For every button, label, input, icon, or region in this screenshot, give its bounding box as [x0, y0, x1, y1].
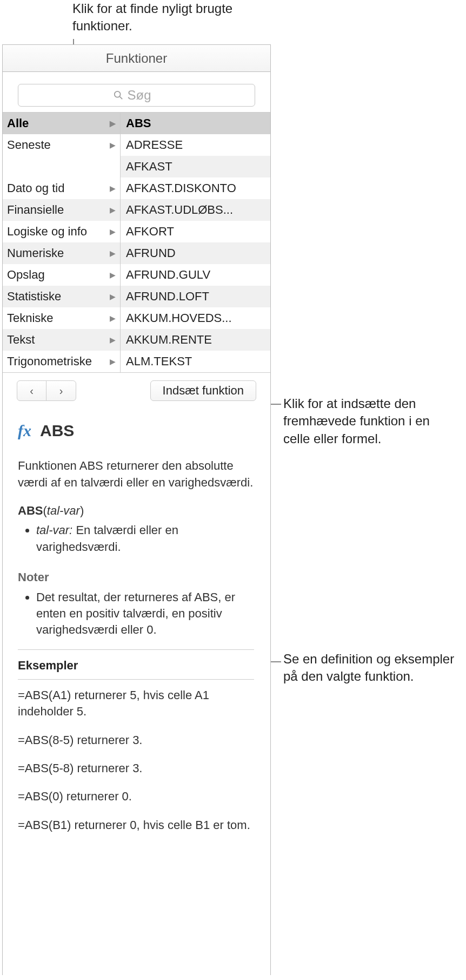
nav-forward-button[interactable]: ›: [46, 381, 76, 400]
parameter-item: tal-var: En talværdi eller en varighedsv…: [36, 522, 254, 555]
svg-line-1: [119, 97, 122, 100]
category-label: Numeriske: [7, 246, 108, 260]
category-row[interactable]: Trigonometriske▶: [3, 351, 120, 372]
category-row[interactable]: Logiske og info▶: [3, 221, 120, 242]
categories-column[interactable]: Alle▶ Seneste▶ Dato og tid▶ Finansielle▶…: [3, 113, 121, 372]
browser-toolbar: ‹ › Indsæt funktion: [3, 373, 270, 406]
chevron-right-icon: ▶: [110, 357, 116, 366]
callout-definition: Se en definition og eksempler på den val…: [283, 650, 456, 686]
note-item: Det resultat, der returneres af ABS, er …: [36, 589, 254, 639]
callout-recent: Klik for at finde nyligt brugte funktion…: [72, 0, 235, 35]
category-label: Tekniske: [7, 311, 108, 325]
category-row[interactable]: Alle▶: [3, 113, 120, 134]
chevron-right-icon: ›: [59, 385, 63, 397]
function-row[interactable]: AFKAST.DISKONTO: [121, 177, 270, 199]
examples-heading: Eksempler: [18, 657, 254, 674]
chevron-right-icon: ▶: [110, 314, 116, 323]
browser-columns: Alle▶ Seneste▶ Dato og tid▶ Finansielle▶…: [3, 112, 270, 373]
nav-button-group: ‹ ›: [17, 380, 76, 401]
syntax-close-paren: ): [80, 504, 84, 517]
chevron-right-icon: ▶: [110, 206, 116, 214]
parameter-list: tal-var: En talværdi eller en varighedsv…: [18, 522, 254, 555]
chevron-right-icon: ▶: [110, 227, 116, 236]
function-row[interactable]: AFRUND: [121, 242, 270, 264]
chevron-right-icon: ▶: [110, 271, 116, 279]
chevron-right-icon: ▶: [110, 119, 116, 128]
category-label: Seneste: [7, 138, 108, 152]
category-label: Alle: [7, 116, 108, 130]
function-row[interactable]: AKKUM.HOVEDS...: [121, 307, 270, 329]
search-icon: [114, 90, 123, 100]
function-row[interactable]: AFRUND.GULV: [121, 264, 270, 286]
function-row[interactable]: AFRUND.LOFT: [121, 286, 270, 307]
function-description: Funktionen ABS returnerer den absolutte …: [18, 458, 254, 491]
category-row[interactable]: Opslag▶: [3, 264, 120, 286]
category-row[interactable]: Dato og tid▶: [3, 177, 120, 199]
function-detail: fx ABS Funktionen ABS returnerer den abs…: [3, 406, 270, 851]
chevron-right-icon: ▶: [110, 184, 116, 193]
chevron-left-icon: ‹: [30, 385, 34, 397]
nav-back-button[interactable]: ‹: [17, 381, 46, 400]
syntax-fn-name: ABS: [18, 504, 43, 517]
parameter-name: tal-var:: [36, 523, 72, 537]
example-item: =ABS(0) returnerer 0.: [18, 788, 254, 805]
callout-insert: Klik for at indsætte den fremhævede funk…: [283, 395, 456, 448]
function-row[interactable]: AFKORT: [121, 221, 270, 242]
function-row[interactable]: ALM.TEKST: [121, 351, 270, 372]
syntax-param: tal-var: [47, 504, 80, 517]
category-row[interactable]: Tekniske▶: [3, 307, 120, 329]
category-label: Opslag: [7, 268, 108, 282]
fx-icon: fx: [18, 419, 31, 442]
chevron-right-icon: ▶: [110, 336, 116, 344]
syntax-open-paren: (: [43, 504, 46, 517]
function-name: ABS: [40, 419, 74, 442]
category-label: Finansielle: [7, 203, 108, 217]
category-label: Logiske og info: [7, 225, 108, 239]
function-row[interactable]: AKKUM.RENTE: [121, 329, 270, 351]
search-input[interactable]: [128, 88, 160, 103]
example-item: =ABS(A1) returnerer 5, hvis celle A1 ind…: [18, 687, 254, 720]
category-row[interactable]: Tekst▶: [3, 329, 120, 351]
insert-function-button[interactable]: Indsæt funktion: [150, 380, 256, 401]
function-row[interactable]: AFKAST.UDLØBS...: [121, 199, 270, 221]
svg-point-0: [114, 91, 120, 97]
category-label: Statistiske: [7, 290, 108, 304]
functions-panel: Funktioner Alle▶ Seneste▶ Dato og tid▶ F…: [2, 44, 271, 975]
function-heading: fx ABS: [18, 419, 254, 442]
search-container: [3, 72, 270, 112]
notes-heading: Noter: [18, 569, 254, 586]
example-item: =ABS(B1) returnerer 0, hvis celle B1 er …: [18, 817, 254, 833]
functions-column[interactable]: ABS ADRESSE AFKAST AFKAST.DISKONTO AFKAS…: [121, 113, 270, 372]
function-syntax: ABS(tal-var): [18, 503, 254, 519]
notes-list: Det resultat, der returneres af ABS, er …: [18, 589, 254, 639]
section-divider: [18, 679, 254, 680]
category-row[interactable]: Numeriske▶: [3, 242, 120, 264]
chevron-right-icon: ▶: [110, 292, 116, 301]
function-row[interactable]: AFKAST: [121, 156, 270, 177]
example-item: =ABS(5-8) returnerer 3.: [18, 760, 254, 777]
category-label: Tekst: [7, 333, 108, 347]
search-input-wrapper[interactable]: [18, 84, 255, 107]
chevron-right-icon: ▶: [110, 141, 116, 149]
examples-list: =ABS(A1) returnerer 5, hvis celle A1 ind…: [18, 687, 254, 833]
category-row[interactable]: Finansielle▶: [3, 199, 120, 221]
category-row[interactable]: Statistiske▶: [3, 286, 120, 307]
category-label: Dato og tid: [7, 181, 108, 195]
panel-title: Funktioner: [3, 45, 270, 72]
category-separator: [3, 156, 120, 177]
chevron-right-icon: ▶: [110, 249, 116, 258]
function-row[interactable]: ABS: [121, 113, 270, 134]
example-item: =ABS(8-5) returnerer 3.: [18, 732, 254, 748]
category-label: Trigonometriske: [7, 354, 108, 369]
function-row[interactable]: ADRESSE: [121, 134, 270, 156]
section-divider: [18, 649, 254, 650]
category-row[interactable]: Seneste▶: [3, 134, 120, 156]
